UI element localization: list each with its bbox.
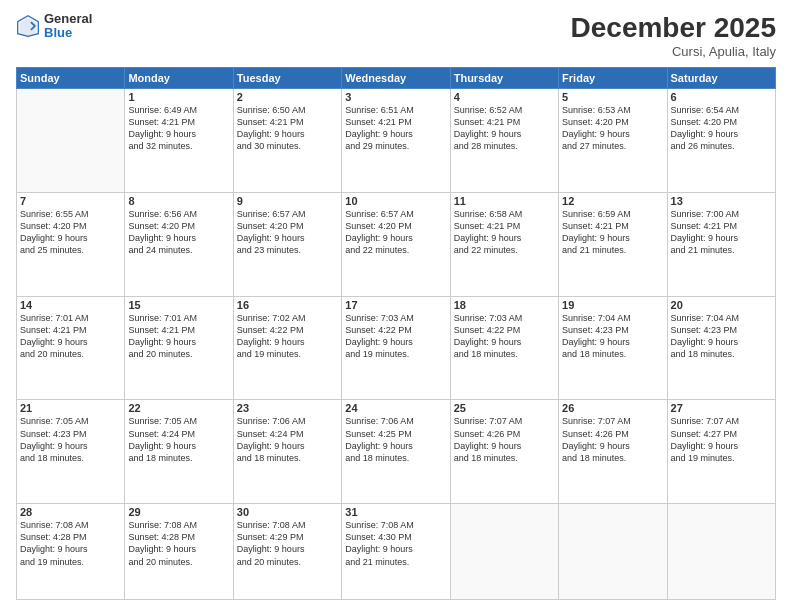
logo: General Blue bbox=[16, 12, 92, 41]
day-info: Sunrise: 7:08 AM Sunset: 4:28 PM Dayligh… bbox=[128, 519, 229, 568]
calendar-header-row: Sunday Monday Tuesday Wednesday Thursday… bbox=[17, 68, 776, 89]
col-wednesday: Wednesday bbox=[342, 68, 450, 89]
location: Cursi, Apulia, Italy bbox=[571, 44, 776, 59]
logo-text: General Blue bbox=[44, 12, 92, 41]
day-info: Sunrise: 6:57 AM Sunset: 4:20 PM Dayligh… bbox=[237, 208, 338, 257]
day-number: 1 bbox=[128, 91, 229, 103]
day-info: Sunrise: 7:03 AM Sunset: 4:22 PM Dayligh… bbox=[345, 312, 446, 361]
header: General Blue December 2025 Cursi, Apulia… bbox=[16, 12, 776, 59]
day-info: Sunrise: 7:02 AM Sunset: 4:22 PM Dayligh… bbox=[237, 312, 338, 361]
day-number: 9 bbox=[237, 195, 338, 207]
table-row: 16Sunrise: 7:02 AM Sunset: 4:22 PM Dayli… bbox=[233, 296, 341, 400]
day-info: Sunrise: 7:08 AM Sunset: 4:29 PM Dayligh… bbox=[237, 519, 338, 568]
table-row bbox=[450, 504, 558, 600]
day-info: Sunrise: 6:57 AM Sunset: 4:20 PM Dayligh… bbox=[345, 208, 446, 257]
day-info: Sunrise: 6:53 AM Sunset: 4:20 PM Dayligh… bbox=[562, 104, 663, 153]
table-row bbox=[559, 504, 667, 600]
day-info: Sunrise: 7:04 AM Sunset: 4:23 PM Dayligh… bbox=[671, 312, 772, 361]
table-row: 19Sunrise: 7:04 AM Sunset: 4:23 PM Dayli… bbox=[559, 296, 667, 400]
day-info: Sunrise: 6:59 AM Sunset: 4:21 PM Dayligh… bbox=[562, 208, 663, 257]
day-number: 29 bbox=[128, 506, 229, 518]
day-info: Sunrise: 6:54 AM Sunset: 4:20 PM Dayligh… bbox=[671, 104, 772, 153]
table-row bbox=[667, 504, 775, 600]
day-info: Sunrise: 6:55 AM Sunset: 4:20 PM Dayligh… bbox=[20, 208, 121, 257]
day-info: Sunrise: 6:49 AM Sunset: 4:21 PM Dayligh… bbox=[128, 104, 229, 153]
day-info: Sunrise: 7:07 AM Sunset: 4:26 PM Dayligh… bbox=[562, 415, 663, 464]
day-number: 22 bbox=[128, 402, 229, 414]
day-info: Sunrise: 7:01 AM Sunset: 4:21 PM Dayligh… bbox=[20, 312, 121, 361]
table-row: 4Sunrise: 6:52 AM Sunset: 4:21 PM Daylig… bbox=[450, 89, 558, 193]
day-number: 7 bbox=[20, 195, 121, 207]
table-row: 6Sunrise: 6:54 AM Sunset: 4:20 PM Daylig… bbox=[667, 89, 775, 193]
day-number: 23 bbox=[237, 402, 338, 414]
day-info: Sunrise: 7:03 AM Sunset: 4:22 PM Dayligh… bbox=[454, 312, 555, 361]
table-row: 9Sunrise: 6:57 AM Sunset: 4:20 PM Daylig… bbox=[233, 192, 341, 296]
table-row: 13Sunrise: 7:00 AM Sunset: 4:21 PM Dayli… bbox=[667, 192, 775, 296]
table-row: 29Sunrise: 7:08 AM Sunset: 4:28 PM Dayli… bbox=[125, 504, 233, 600]
day-info: Sunrise: 7:06 AM Sunset: 4:25 PM Dayligh… bbox=[345, 415, 446, 464]
day-info: Sunrise: 7:06 AM Sunset: 4:24 PM Dayligh… bbox=[237, 415, 338, 464]
table-row: 1Sunrise: 6:49 AM Sunset: 4:21 PM Daylig… bbox=[125, 89, 233, 193]
col-tuesday: Tuesday bbox=[233, 68, 341, 89]
table-row: 20Sunrise: 7:04 AM Sunset: 4:23 PM Dayli… bbox=[667, 296, 775, 400]
day-number: 25 bbox=[454, 402, 555, 414]
table-row: 25Sunrise: 7:07 AM Sunset: 4:26 PM Dayli… bbox=[450, 400, 558, 504]
day-number: 26 bbox=[562, 402, 663, 414]
calendar-table: Sunday Monday Tuesday Wednesday Thursday… bbox=[16, 67, 776, 600]
month-title: December 2025 bbox=[571, 12, 776, 44]
day-number: 10 bbox=[345, 195, 446, 207]
table-row: 31Sunrise: 7:08 AM Sunset: 4:30 PM Dayli… bbox=[342, 504, 450, 600]
day-info: Sunrise: 7:00 AM Sunset: 4:21 PM Dayligh… bbox=[671, 208, 772, 257]
title-block: December 2025 Cursi, Apulia, Italy bbox=[571, 12, 776, 59]
day-info: Sunrise: 7:08 AM Sunset: 4:28 PM Dayligh… bbox=[20, 519, 121, 568]
col-monday: Monday bbox=[125, 68, 233, 89]
day-number: 8 bbox=[128, 195, 229, 207]
day-number: 3 bbox=[345, 91, 446, 103]
day-info: Sunrise: 6:50 AM Sunset: 4:21 PM Dayligh… bbox=[237, 104, 338, 153]
day-info: Sunrise: 7:05 AM Sunset: 4:23 PM Dayligh… bbox=[20, 415, 121, 464]
day-info: Sunrise: 7:04 AM Sunset: 4:23 PM Dayligh… bbox=[562, 312, 663, 361]
table-row: 14Sunrise: 7:01 AM Sunset: 4:21 PM Dayli… bbox=[17, 296, 125, 400]
day-number: 6 bbox=[671, 91, 772, 103]
day-number: 28 bbox=[20, 506, 121, 518]
table-row: 22Sunrise: 7:05 AM Sunset: 4:24 PM Dayli… bbox=[125, 400, 233, 504]
day-info: Sunrise: 6:52 AM Sunset: 4:21 PM Dayligh… bbox=[454, 104, 555, 153]
day-number: 5 bbox=[562, 91, 663, 103]
table-row: 12Sunrise: 6:59 AM Sunset: 4:21 PM Dayli… bbox=[559, 192, 667, 296]
col-friday: Friday bbox=[559, 68, 667, 89]
table-row: 18Sunrise: 7:03 AM Sunset: 4:22 PM Dayli… bbox=[450, 296, 558, 400]
table-row: 15Sunrise: 7:01 AM Sunset: 4:21 PM Dayli… bbox=[125, 296, 233, 400]
day-number: 4 bbox=[454, 91, 555, 103]
col-saturday: Saturday bbox=[667, 68, 775, 89]
day-number: 2 bbox=[237, 91, 338, 103]
table-row: 17Sunrise: 7:03 AM Sunset: 4:22 PM Dayli… bbox=[342, 296, 450, 400]
logo-general-text: General bbox=[44, 12, 92, 26]
table-row: 11Sunrise: 6:58 AM Sunset: 4:21 PM Dayli… bbox=[450, 192, 558, 296]
day-info: Sunrise: 7:07 AM Sunset: 4:27 PM Dayligh… bbox=[671, 415, 772, 464]
day-number: 31 bbox=[345, 506, 446, 518]
table-row: 30Sunrise: 7:08 AM Sunset: 4:29 PM Dayli… bbox=[233, 504, 341, 600]
day-number: 13 bbox=[671, 195, 772, 207]
day-number: 20 bbox=[671, 299, 772, 311]
table-row: 10Sunrise: 6:57 AM Sunset: 4:20 PM Dayli… bbox=[342, 192, 450, 296]
day-number: 21 bbox=[20, 402, 121, 414]
day-info: Sunrise: 7:08 AM Sunset: 4:30 PM Dayligh… bbox=[345, 519, 446, 568]
day-info: Sunrise: 7:07 AM Sunset: 4:26 PM Dayligh… bbox=[454, 415, 555, 464]
day-number: 14 bbox=[20, 299, 121, 311]
page: General Blue December 2025 Cursi, Apulia… bbox=[0, 0, 792, 612]
table-row: 26Sunrise: 7:07 AM Sunset: 4:26 PM Dayli… bbox=[559, 400, 667, 504]
logo-blue-text: Blue bbox=[44, 26, 92, 40]
day-number: 16 bbox=[237, 299, 338, 311]
day-number: 30 bbox=[237, 506, 338, 518]
day-number: 15 bbox=[128, 299, 229, 311]
day-number: 27 bbox=[671, 402, 772, 414]
table-row: 21Sunrise: 7:05 AM Sunset: 4:23 PM Dayli… bbox=[17, 400, 125, 504]
day-number: 19 bbox=[562, 299, 663, 311]
day-number: 12 bbox=[562, 195, 663, 207]
day-info: Sunrise: 7:05 AM Sunset: 4:24 PM Dayligh… bbox=[128, 415, 229, 464]
day-number: 11 bbox=[454, 195, 555, 207]
day-number: 18 bbox=[454, 299, 555, 311]
logo-icon bbox=[16, 14, 40, 38]
day-info: Sunrise: 6:51 AM Sunset: 4:21 PM Dayligh… bbox=[345, 104, 446, 153]
table-row bbox=[17, 89, 125, 193]
